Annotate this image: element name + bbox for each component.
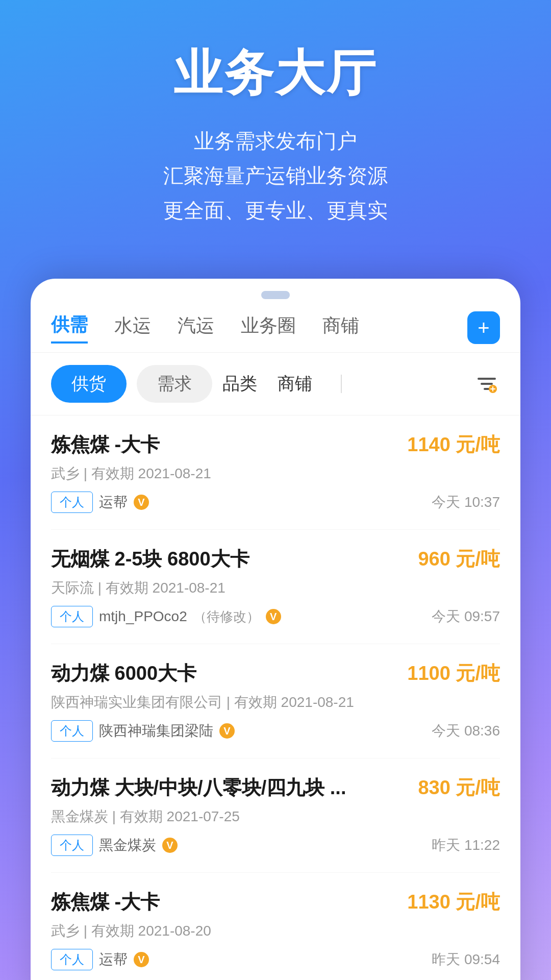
filter-supply-btn[interactable]: 供货: [51, 365, 127, 403]
add-button[interactable]: +: [467, 311, 500, 344]
handle-indicator: [261, 291, 290, 299]
listing-top: 动力煤 大块/中块/八零块/四九块 ... 830 元/吨: [51, 775, 500, 801]
listing-time: 今天 09:57: [432, 607, 500, 626]
tag-personal: 个人: [51, 606, 93, 627]
listing-item[interactable]: 动力煤 大块/中块/八零块/四九块 ... 830 元/吨 黑金煤炭 | 有效期…: [51, 758, 500, 873]
listing-time: 今天 08:36: [432, 721, 500, 741]
listing-tags: 个人 mtjh_PPOco2 （待修改） V: [51, 606, 281, 627]
filter-shop-label[interactable]: 商铺: [278, 372, 312, 396]
listing-tags: 个人 运帮 V: [51, 949, 149, 970]
listing-top: 动力煤 6000大卡 1100 元/吨: [51, 660, 500, 687]
card-handle: [31, 279, 520, 307]
listing-title: 无烟煤 2-5块 6800大卡: [51, 546, 249, 572]
tag-personal: 个人: [51, 720, 93, 742]
listing-time: 昨天 09:54: [432, 950, 500, 969]
listing-top: 无烟煤 2-5块 6800大卡 960 元/吨: [51, 546, 500, 572]
svg-rect-1: [481, 383, 493, 385]
listing-tags: 个人 陕西神瑞集团梁陆 V: [51, 720, 235, 742]
listing-title: 动力煤 大块/中块/八零块/四九块 ...: [51, 775, 346, 801]
tag-personal: 个人: [51, 835, 93, 856]
listing-top: 炼焦煤 -大卡 1140 元/吨: [51, 432, 500, 458]
listing-tags: 个人 运帮 V: [51, 492, 149, 513]
filter-icon[interactable]: [473, 371, 500, 397]
hero-subtitle-line2: 汇聚海量产运销业务资源: [31, 158, 520, 193]
listing-bottom: 个人 运帮 V 昨天 09:54: [51, 949, 500, 970]
svg-rect-0: [478, 378, 496, 380]
listing-item[interactable]: 动力煤 6000大卡 1100 元/吨 陕西神瑞实业集团有限公司 | 有效期 2…: [51, 644, 500, 758]
listing-price: 960 元/吨: [418, 546, 500, 572]
filter-category-label[interactable]: 品类: [222, 372, 257, 396]
listing-top: 炼焦煤 -大卡 1130 元/吨: [51, 889, 500, 915]
filter-divider: [341, 375, 342, 393]
listing-price: 1100 元/吨: [407, 660, 500, 687]
listing-list: 炼焦煤 -大卡 1140 元/吨 武乡 | 有效期 2021-08-21 个人 …: [31, 415, 520, 980]
tag-personal: 个人: [51, 949, 93, 970]
tab-shop[interactable]: 商铺: [322, 313, 359, 342]
listing-meta: 武乡 | 有效期 2021-08-21: [51, 464, 500, 483]
tag-username: 陕西神瑞集团梁陆: [99, 721, 213, 741]
listing-price: 1140 元/吨: [407, 432, 500, 458]
verified-badge: V: [162, 838, 178, 853]
listing-title: 炼焦煤 -大卡: [51, 889, 160, 915]
listing-meta: 黑金煤炭 | 有效期 2021-07-25: [51, 807, 500, 826]
verified-badge: V: [266, 609, 281, 624]
hero-section: 业务大厅 业务需求发布门户 汇聚海量产运销业务资源 更全面、更专业、更真实: [0, 0, 551, 258]
listing-item[interactable]: 无烟煤 2-5块 6800大卡 960 元/吨 天际流 | 有效期 2021-0…: [51, 530, 500, 644]
filter-bar: 供货 需求 品类 商铺: [31, 353, 520, 415]
listing-bottom: 个人 黑金煤炭 V 昨天 11:22: [51, 835, 500, 856]
listing-meta: 武乡 | 有效期 2021-08-20: [51, 921, 500, 941]
listing-bottom: 个人 运帮 V 今天 10:37: [51, 492, 500, 513]
tag-personal: 个人: [51, 492, 93, 513]
verified-badge: V: [134, 495, 149, 510]
hero-subtitle: 业务需求发布门户 汇聚海量产运销业务资源 更全面、更专业、更真实: [31, 124, 520, 228]
tag-username: 运帮: [99, 950, 128, 969]
tab-water[interactable]: 水运: [114, 313, 151, 342]
tab-circle[interactable]: 业务圈: [241, 313, 296, 342]
tab-truck[interactable]: 汽运: [178, 313, 214, 342]
listing-item[interactable]: 炼焦煤 -大卡 1130 元/吨 武乡 | 有效期 2021-08-20 个人 …: [51, 873, 500, 980]
listing-meta: 陕西神瑞实业集团有限公司 | 有效期 2021-08-21: [51, 693, 500, 712]
hero-subtitle-line1: 业务需求发布门户: [31, 124, 520, 158]
tab-bar: 供需 水运 汽运 业务圈 商铺 +: [31, 307, 520, 353]
listing-bottom: 个人 mtjh_PPOco2 （待修改） V 今天 09:57: [51, 606, 500, 627]
verified-badge: V: [219, 723, 235, 739]
hero-subtitle-line3: 更全面、更专业、更真实: [31, 193, 520, 228]
verified-badge: V: [134, 952, 149, 967]
listing-title: 炼焦煤 -大卡: [51, 432, 160, 458]
filter-demand-btn[interactable]: 需求: [137, 365, 212, 403]
tag-pending: （待修改）: [193, 608, 260, 626]
tag-username: 黑金煤炭: [99, 836, 156, 855]
listing-time: 今天 10:37: [432, 493, 500, 512]
listing-item[interactable]: 炼焦煤 -大卡 1140 元/吨 武乡 | 有效期 2021-08-21 个人 …: [51, 415, 500, 530]
listing-title: 动力煤 6000大卡: [51, 660, 196, 687]
tag-username: 运帮: [99, 493, 128, 512]
listing-price: 1130 元/吨: [407, 889, 500, 915]
listing-time: 昨天 11:22: [432, 836, 500, 855]
app-card: 供需 水运 汽运 业务圈 商铺 + 供货 需求 品类 商铺 炼焦煤 -大卡: [31, 279, 520, 980]
listing-price: 830 元/吨: [418, 775, 500, 801]
tab-supply[interactable]: 供需: [51, 312, 88, 344]
hero-title: 业务大厅: [31, 41, 520, 107]
tag-username: mtjh_PPOco2: [99, 608, 187, 625]
listing-bottom: 个人 陕西神瑞集团梁陆 V 今天 08:36: [51, 720, 500, 742]
listing-tags: 个人 黑金煤炭 V: [51, 835, 178, 856]
listing-meta: 天际流 | 有效期 2021-08-21: [51, 578, 500, 598]
